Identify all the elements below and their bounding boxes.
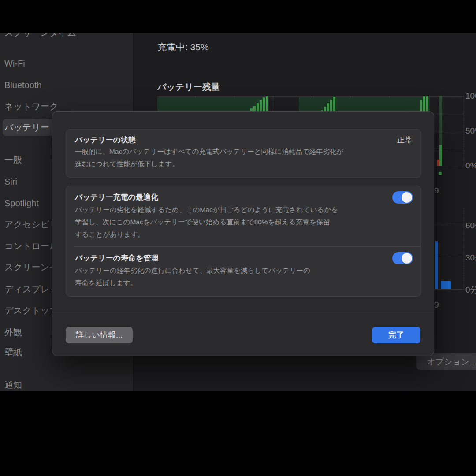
optimized-charging-desc-line3: することがあります。 [75,228,390,241]
battery-level-section-title: バッテリー残量 [157,81,220,93]
optimized-charging-toggle[interactable] [392,191,413,204]
charging-status-text: 充電中: 35% [157,41,209,53]
battery-condition-status-value: 正常 [397,135,412,145]
battery-health-dialog: バッテリーの状態 正常 一般的に、Macのバッテリーはすべての充電式バッテリーと… [52,111,434,356]
optimized-charging-desc-line2: 学習し、次にこのMacをバッテリーで使い始める直前まで80%を超える充電を保留 [75,216,390,228]
toggle-knob [402,192,412,203]
battery-toggles-card: バッテリー充電の最適化 バッテリーの劣化を軽減するため、このMacが日ごろどのよ… [66,186,421,297]
system-settings-window: スクリーンタイムWi-FiBluetoothネットワークバッテリー一般SiriS… [0,33,476,391]
sidebar-item-Bluetooth[interactable]: Bluetooth [3,77,131,93]
x-axis-label: 9 [434,300,439,310]
learn-more-button[interactable]: 詳しい情報... [66,327,133,343]
manage-longevity-desc-line2: 寿命を延ばします。 [75,277,390,289]
battery-condition-title: バッテリーの状態 [75,135,136,145]
manage-longevity-toggle[interactable] [392,252,413,264]
y-axis-label: 100% [465,91,476,101]
y-axis-label: 50% [465,126,476,136]
sidebar-item-partial[interactable]: スクリーンタイム [3,33,131,41]
optimized-charging-desc-line1: バッテリーの劣化を軽減するため、このMacが日ごろどのように充電されているかを [75,204,390,216]
y-axis-label: 30分 [465,252,476,264]
screenshot-root: { "sidebar": { "items": [ {"label": "スクリ… [0,0,476,476]
low-battery-mark [437,160,439,166]
chart-gridline [157,96,464,97]
optimized-charging-title: バッテリー充電の最適化 [75,192,158,202]
manage-longevity-desc-line1: バッテリーの経年劣化の進行に合わせて、最大容量を減らしてバッテリーの [75,264,390,277]
battery-condition-card: バッテリーの状態 正常 一般的に、Macのバッテリーはすべての充電式バッテリーと… [66,129,421,178]
below-axis-marker [439,172,442,175]
card-inset-divider [74,246,421,247]
battery-condition-desc-line2: 進むにつれて性能が低下します。 [75,158,390,170]
y-axis-label: 0分 [465,284,476,296]
sidebar-item-jp15[interactable]: 通知 [3,376,131,391]
x-axis-label: 9 [434,186,439,196]
y-axis-label: 0% [465,161,476,171]
usage-bar [441,281,451,289]
sidebar-item-WiFi[interactable]: Wi-Fi [3,55,131,72]
done-button[interactable]: 完了 [372,327,420,343]
battery-condition-desc-line1: 一般的に、Macのバッテリーはすべての充電式バッテリーと同様に消耗品で経年劣化が [75,145,390,158]
y-axis-label: 60分 [465,220,476,231]
chart-gridline-vertical [464,96,464,166]
usage-bar [435,241,438,289]
toggle-knob [402,253,412,264]
manage-longevity-title: バッテリーの寿命を管理 [75,253,158,263]
current-level-bar [439,145,442,166]
dialog-footer-divider [52,312,434,312]
chart-gridline-vertical [464,208,464,290]
